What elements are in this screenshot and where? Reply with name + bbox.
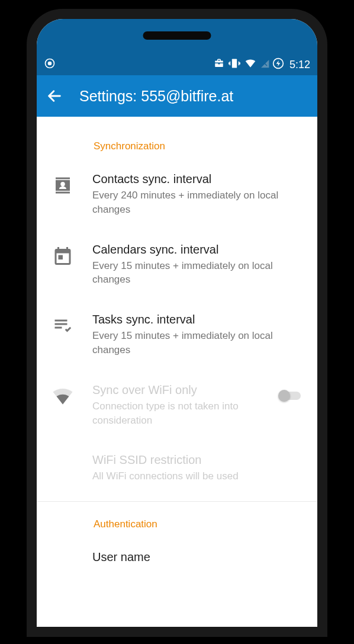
- calendar-icon: [49, 243, 77, 267]
- wifi-only-subtitle: Connection type is not taken into consid…: [92, 399, 264, 428]
- contacts-icon: [49, 172, 77, 196]
- wifi-ssid-restriction[interactable]: WiFi SSID restriction All WiFi connectio…: [37, 440, 317, 496]
- tasks-sync-subtitle: Every 15 minutes + immediately on local …: [92, 329, 305, 357]
- contacts-sync-interval[interactable]: Contacts sync. interval Every 240 minute…: [37, 159, 317, 230]
- username-title: User name: [92, 550, 305, 564]
- tasks-icon: [49, 313, 77, 337]
- phone-screen: 5:12 Settings: 555@bitfire.at Synchroniz…: [37, 19, 317, 627]
- contacts-sync-subtitle: Every 240 minutes + immediately on local…: [92, 188, 305, 217]
- wifi-ssid-subtitle: All WiFi connections will be used: [92, 469, 305, 483]
- wifi-icon: [244, 58, 257, 71]
- back-button[interactable]: [46, 88, 63, 104]
- contacts-sync-title: Contacts sync. interval: [92, 172, 305, 186]
- phone-speaker: [143, 31, 211, 40]
- toggle-track: [279, 392, 301, 400]
- settings-content[interactable]: Synchronization Contacts sync. interval …: [37, 117, 317, 627]
- sim-icon: [260, 57, 269, 72]
- svg-rect-2: [232, 59, 237, 68]
- section-header-sync: Synchronization: [37, 117, 317, 159]
- calendars-sync-title: Calendars sync. interval: [92, 243, 305, 257]
- wifi-only-toggle[interactable]: [279, 383, 305, 400]
- wifi-only-title: Sync over WiFi only: [92, 383, 264, 397]
- spacer-icon: [49, 453, 77, 456]
- username-setting[interactable]: User name: [37, 537, 317, 579]
- toggle-thumb: [278, 390, 290, 402]
- app-bar-title: Settings: 555@bitfire.at: [79, 88, 233, 105]
- calendars-sync-interval[interactable]: Calendars sync. interval Every 15 minute…: [37, 230, 317, 300]
- spacer-icon: [49, 550, 77, 553]
- tasks-sync-title: Tasks sync. interval: [92, 313, 305, 326]
- calendars-sync-subtitle: Every 15 minutes + immediately on local …: [92, 259, 305, 287]
- sync-wifi-only[interactable]: Sync over WiFi only Connection type is n…: [37, 370, 317, 441]
- flash-circle-icon: [272, 57, 284, 72]
- phone-frame: 5:12 Settings: 555@bitfire.at Synchroniz…: [27, 9, 327, 637]
- briefcase-icon: [213, 58, 225, 71]
- wifi-setting-icon: [49, 383, 77, 407]
- tasks-sync-interval[interactable]: Tasks sync. interval Every 15 minutes + …: [37, 300, 317, 370]
- status-bar: 5:12: [37, 19, 317, 75]
- target-icon: [44, 57, 56, 72]
- vibrate-icon: [228, 57, 241, 72]
- status-time: 5:12: [289, 59, 310, 71]
- wifi-ssid-title: WiFi SSID restriction: [92, 453, 305, 467]
- app-bar: Settings: 555@bitfire.at: [37, 75, 317, 117]
- section-header-auth: Authentication: [37, 502, 317, 537]
- svg-point-1: [49, 62, 52, 65]
